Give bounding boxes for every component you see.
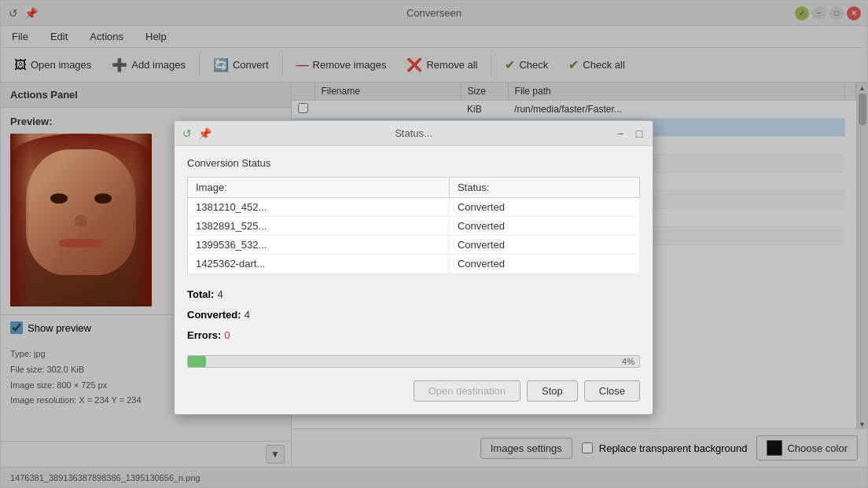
conv-image-3: 1425362-dart... bbox=[188, 255, 450, 273]
progress-section: 4% bbox=[187, 355, 640, 368]
dialog-refresh-icon[interactable]: ↺ bbox=[181, 127, 193, 140]
conversion-row: 1381210_452... Converted bbox=[188, 198, 640, 217]
dialog-section-title: Conversion Status bbox=[187, 157, 640, 169]
dialog-title-bar: ↺ 📌 Status... − □ bbox=[175, 121, 653, 146]
conv-status-0: Converted bbox=[449, 198, 639, 217]
conv-status-3: Converted bbox=[449, 255, 639, 273]
conv-status-2: Converted bbox=[449, 236, 639, 255]
stats-errors-row: Errors: 0 bbox=[187, 325, 640, 346]
open-destination-button[interactable]: Open destination bbox=[414, 380, 520, 402]
stats-total-row: Total: 4 bbox=[187, 284, 640, 305]
stats-total-label: Total: bbox=[187, 284, 214, 305]
conv-image-2: 1399536_532... bbox=[188, 236, 450, 255]
dialog-body: Conversion Status Image: Status: 1381210… bbox=[175, 146, 653, 414]
status-dialog: ↺ 📌 Status... − □ Conversion Status Imag… bbox=[174, 120, 653, 415]
col-image-header: Image: bbox=[188, 178, 450, 198]
conv-status-1: Converted bbox=[449, 217, 639, 236]
stats-section: Total: 4 Converted: 4 Errors: 0 bbox=[187, 284, 640, 346]
dialog-pin-icon[interactable]: 📌 bbox=[198, 127, 211, 140]
progress-bar-container: 4% bbox=[187, 355, 640, 368]
conv-image-0: 1381210_452... bbox=[188, 198, 450, 217]
dialog-maximize-icon[interactable]: □ bbox=[632, 127, 646, 141]
stop-button[interactable]: Stop bbox=[527, 380, 578, 402]
dialog-buttons: Open destination Stop Close bbox=[187, 380, 640, 402]
conversion-row: 1382891_525... Converted bbox=[188, 217, 640, 236]
col-status-header: Status: bbox=[449, 178, 639, 198]
stats-errors-label: Errors: bbox=[187, 325, 221, 346]
dialog-title-controls: − □ bbox=[613, 127, 646, 141]
stats-errors-value: 0 bbox=[224, 325, 230, 346]
stats-converted-label: Converted: bbox=[187, 305, 241, 325]
main-window: ↺ 📌 Converseen ✓ − □ ✕ File Edit Actions… bbox=[0, 0, 868, 488]
conversion-row: 1425362-dart... Converted bbox=[188, 255, 640, 273]
dialog-title: Status... bbox=[395, 127, 432, 139]
close-button[interactable]: Close bbox=[584, 380, 640, 402]
modal-overlay: ↺ 📌 Status... − □ Conversion Status Imag… bbox=[1, 1, 867, 487]
stats-converted-value: 4 bbox=[245, 305, 250, 325]
progress-pct: 4% bbox=[622, 356, 634, 367]
stats-total-value: 4 bbox=[217, 284, 223, 305]
conversion-table: Image: Status: 1381210_452... Converted … bbox=[187, 177, 640, 273]
progress-bar-fill bbox=[188, 356, 206, 367]
dialog-minimize-icon[interactable]: − bbox=[613, 127, 627, 141]
conv-image-1: 1382891_525... bbox=[188, 217, 450, 236]
conversion-row: 1399536_532... Converted bbox=[188, 236, 640, 255]
stats-converted-row: Converted: 4 bbox=[187, 305, 640, 325]
